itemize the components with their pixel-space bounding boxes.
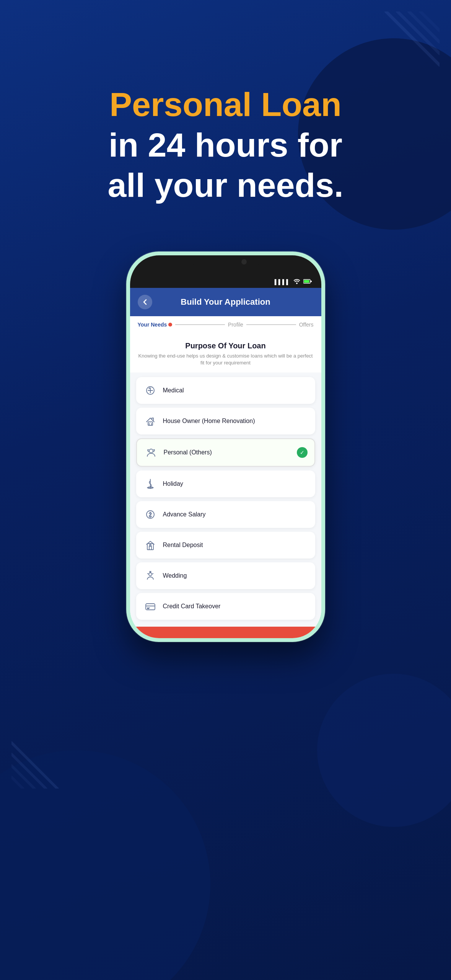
rental-icon xyxy=(143,538,158,552)
options-list: Medical xyxy=(130,372,321,624)
svg-point-8 xyxy=(296,283,298,284)
step-line-2 xyxy=(246,324,296,325)
option-medical-label: Medical xyxy=(163,387,184,394)
home-icon xyxy=(143,414,158,428)
app-header: Build Your Application xyxy=(130,288,321,316)
headline-accent: Personal Loan xyxy=(107,84,343,125)
step1-label: Your Needs xyxy=(138,322,167,328)
step-line-1 xyxy=(175,324,225,325)
phone-screen: ▌▌▌▌ xyxy=(130,255,321,638)
svg-rect-18 xyxy=(149,546,151,550)
option-salary-label: Advance Salary xyxy=(163,511,206,518)
option-home-renovation[interactable]: House Owner (Home Renovation) xyxy=(136,408,315,434)
loan-purpose-header: Purpose Of Your Loan Knowing the end-use… xyxy=(130,333,321,372)
phone-bottom-bar xyxy=(130,627,321,638)
headline-line3: all your needs. xyxy=(107,165,343,206)
step3-label: Offers xyxy=(299,322,314,328)
battery-icon xyxy=(303,279,312,285)
back-button[interactable] xyxy=(138,295,152,309)
camera xyxy=(241,259,247,265)
svg-rect-11 xyxy=(311,281,312,282)
svg-rect-10 xyxy=(304,280,309,283)
svg-rect-12 xyxy=(148,422,153,425)
svg-point-13 xyxy=(149,449,153,453)
option-wedding-label: Wedding xyxy=(163,572,187,579)
phone-mockup: ▌▌▌▌ xyxy=(126,252,325,642)
progress-steps: Your Needs Profile Offers xyxy=(130,316,321,333)
step1-indicator xyxy=(168,323,172,327)
option-credit-card-label: Credit Card Takeover xyxy=(163,603,221,610)
phone-frame: ▌▌▌▌ xyxy=(126,252,325,642)
app-body: Purpose Of Your Loan Knowing the end-use… xyxy=(130,333,321,627)
headline-section: Personal Loan in 24 hours for all your n… xyxy=(107,84,343,206)
option-advance-salary[interactable]: Advance Salary xyxy=(136,501,315,528)
loan-purpose-title: Purpose Of Your Loan xyxy=(138,341,314,350)
phone-notch xyxy=(130,255,321,276)
headline-line2: in 24 hours for xyxy=(107,125,343,165)
step2-label: Profile xyxy=(228,322,243,328)
personal-icon xyxy=(144,445,158,460)
notch xyxy=(191,255,260,269)
option-credit-card[interactable]: Credit Card Takeover xyxy=(136,593,315,620)
salary-icon xyxy=(143,507,158,522)
option-holiday[interactable]: Holiday xyxy=(136,470,315,497)
svg-point-19 xyxy=(150,544,151,546)
signal-icon: ▌▌▌▌ xyxy=(275,279,290,285)
option-medical[interactable]: Medical xyxy=(136,377,315,404)
wifi-icon xyxy=(293,279,300,285)
wedding-icon xyxy=(143,568,158,583)
medical-icon xyxy=(143,383,158,398)
app-header-title: Build Your Application xyxy=(152,297,299,307)
holiday-icon xyxy=(143,477,158,491)
option-home-label: House Owner (Home Renovation) xyxy=(163,418,255,425)
loan-purpose-subtitle: Knowing the end-use helps us design & cu… xyxy=(138,353,314,366)
option-wedding[interactable]: Wedding xyxy=(136,562,315,589)
option-holiday-label: Holiday xyxy=(163,480,183,487)
credit-card-icon xyxy=(143,599,158,614)
option-rental-label: Rental Deposit xyxy=(163,542,203,549)
option-rental[interactable]: Rental Deposit xyxy=(136,532,315,559)
option-personal-label: Personal (Others) xyxy=(164,449,212,456)
option-personal[interactable]: Personal (Others) ✓ xyxy=(136,438,315,467)
page-content: Personal Loan in 24 hours for all your n… xyxy=(0,0,451,980)
selected-check: ✓ xyxy=(297,447,308,458)
status-bar: ▌▌▌▌ xyxy=(130,276,321,288)
